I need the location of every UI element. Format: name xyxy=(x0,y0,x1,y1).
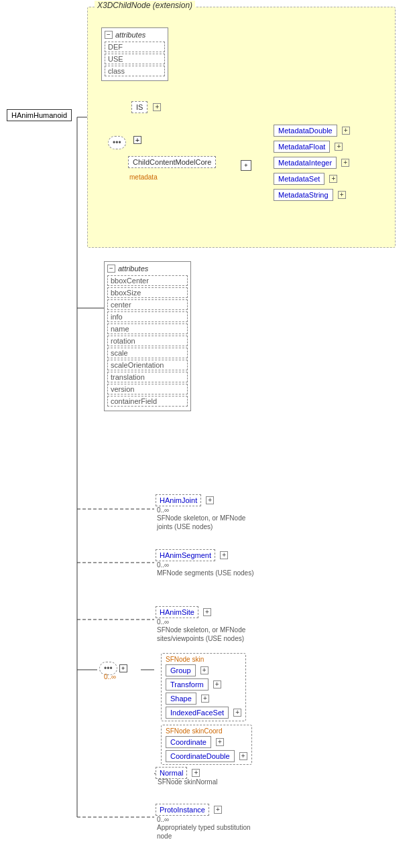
indexedfaceset-item: IndexedFaceSet + xyxy=(166,707,241,719)
use-item: USE xyxy=(105,54,165,64)
hanim-segment-desc: MFNode segments (USE nodes) xyxy=(157,569,254,577)
hanim-site-cardinality: 0..∞ xyxy=(157,618,261,626)
ellipsis-node: ••• xyxy=(108,136,126,149)
metadata-float-item: MetadataFloat + xyxy=(274,141,350,153)
coordinate-expand[interactable]: + xyxy=(216,738,224,746)
version-item: version xyxy=(107,384,188,394)
proto-node: ProtoInstance xyxy=(156,804,209,816)
metadata-integer-item: MetadataInteger + xyxy=(274,157,350,169)
metadata-string-item: MetadataString + xyxy=(274,189,350,201)
metadata-integer-expand[interactable]: + xyxy=(341,159,349,167)
shape-expand[interactable]: + xyxy=(201,695,209,703)
hanim-segment-expand[interactable]: + xyxy=(220,551,228,559)
proto-desc: Appropriately typed substitution node xyxy=(157,823,261,841)
proto-section: ProtoInstance + 0..∞ Appropriately typed… xyxy=(156,804,261,841)
coordinate-node: Coordinate xyxy=(166,736,211,748)
indexedfaceset-node: IndexedFaceSet xyxy=(166,707,229,719)
metadata-nodes: MetadataDouble + MetadataFloat + Metadat… xyxy=(274,125,350,201)
normal-section: Normal + xyxy=(156,767,200,779)
coordinate-item: Coordinate + xyxy=(166,736,247,748)
hanim-segment-section: HAnimSegment + 0..∞ MFNode segments (USE… xyxy=(156,549,254,577)
metadata-string-node: MetadataString xyxy=(274,189,333,201)
is-expand-icon[interactable]: + xyxy=(153,103,161,111)
metadata-float-node: MetadataFloat xyxy=(274,141,330,153)
center-item: center xyxy=(107,299,188,310)
attributes-box-inner: − attributes DEF USE class xyxy=(101,27,168,81)
name-item: name xyxy=(107,323,188,334)
def-item: DEF xyxy=(105,42,165,52)
metadata-float-expand[interactable]: + xyxy=(335,143,343,151)
hanim-joint-expand[interactable]: + xyxy=(206,496,214,504)
scale-orientation-item: scaleOrientation xyxy=(107,360,188,370)
metadata-set-node: MetadataSet xyxy=(274,173,324,185)
hanim-site-desc: SFNode skeleton, or MFNode sites/viewpoi… xyxy=(157,626,261,643)
child-content-label: ChildContentModelCore xyxy=(128,156,216,168)
hanim-segment-node: HAnimSegment xyxy=(156,549,215,561)
is-node: IS + xyxy=(131,101,161,113)
metadata-set-item: MetadataSet + xyxy=(274,173,350,185)
hanim-joint-cardinality: 0..∞ xyxy=(157,506,261,514)
hanim-site-section: HAnimSite + 0..∞ SFNode skeleton, or MFN… xyxy=(156,606,261,643)
group-node: Group xyxy=(166,664,196,676)
container-field-item: containerField xyxy=(107,396,188,407)
group-item: Group + xyxy=(166,664,241,676)
hanim-joint-node: HAnimJoint xyxy=(156,494,201,506)
coordinate-double-expand[interactable]: + xyxy=(239,752,247,760)
normal-node: Normal xyxy=(156,767,187,779)
shape-node: Shape xyxy=(166,693,196,705)
collapse-icon[interactable]: − xyxy=(105,31,113,39)
metadata-set-expand[interactable]: + xyxy=(329,175,337,183)
class-item: class xyxy=(105,66,165,76)
is-label: IS xyxy=(131,101,147,113)
hanim-joint-desc: SFNode skeleton, or MFNode joints (USE n… xyxy=(157,514,261,531)
hanim-humanoid-label: HAnimHumanoid xyxy=(11,111,67,119)
normal-expand[interactable]: + xyxy=(192,769,200,777)
skin-coord-label: SFNode skinCoord xyxy=(166,727,247,735)
transform-node: Transform xyxy=(166,678,209,691)
bottom-cardinality: 0..∞ xyxy=(104,673,116,680)
info-item: info xyxy=(107,311,188,322)
skin-box: SFNode skin Group + Transform + Shape + … xyxy=(161,653,246,721)
join-box: + xyxy=(241,160,251,171)
bottom-ellipsis-expand[interactable]: + xyxy=(119,664,127,672)
group-expand[interactable]: + xyxy=(200,666,209,674)
child-content-node: ChildContentModelCore xyxy=(128,156,216,168)
indexedfaceset-expand[interactable]: + xyxy=(233,709,241,717)
attrs2-label: attributes xyxy=(118,265,148,273)
attributes2-box: − attributes bboxCenter bboxSize center … xyxy=(104,261,191,411)
bbox-size-item: bboxSize xyxy=(107,287,188,298)
rotation-item: rotation xyxy=(107,336,188,346)
translation-item: translation xyxy=(107,372,188,382)
bbox-center-item: bboxCenter xyxy=(107,275,188,286)
hanim-site-expand[interactable]: + xyxy=(203,608,211,616)
transform-item: Transform + xyxy=(166,678,241,691)
skin-normal-label: SFNode skinNormal xyxy=(158,778,217,786)
coordinate-double-node: CoordinateDouble xyxy=(166,750,235,762)
coordinate-double-item: CoordinateDouble + xyxy=(166,750,247,762)
hanim-humanoid-node: HAnimHumanoid xyxy=(7,109,72,121)
hanim-segment-cardinality: 0..∞ xyxy=(157,561,254,569)
x3dchildnode-title: X3DChildNode (extension) xyxy=(95,1,195,10)
hanim-site-node: HAnimSite xyxy=(156,606,198,618)
metadata-string-expand[interactable]: + xyxy=(338,191,346,199)
attr-label: attributes xyxy=(115,31,145,39)
attrs2-collapse-icon[interactable]: − xyxy=(107,265,115,273)
transform-expand[interactable]: + xyxy=(213,680,221,689)
metadata-sublabel: metadata xyxy=(129,173,158,181)
scale-item: scale xyxy=(107,348,188,358)
proto-cardinality: 0..∞ xyxy=(157,816,261,823)
hanim-joint-section: HAnimJoint + 0..∞ SFNode skeleton, or MF… xyxy=(156,494,261,531)
metadata-double-expand[interactable]: + xyxy=(342,127,350,135)
metadata-double-node: MetadataDouble xyxy=(274,125,337,137)
metadata-double-item: MetadataDouble + xyxy=(274,125,350,137)
metadata-integer-node: MetadataInteger xyxy=(274,157,337,169)
skin-coord-box: SFNode skinCoord Coordinate + Coordinate… xyxy=(161,725,252,765)
skin-label: SFNode skin xyxy=(166,656,241,663)
ellipsis-expand[interactable]: + xyxy=(133,136,141,144)
shape-item: Shape + xyxy=(166,693,241,705)
ellipsis-box: ••• xyxy=(108,136,126,149)
proto-expand[interactable]: + xyxy=(214,806,222,814)
